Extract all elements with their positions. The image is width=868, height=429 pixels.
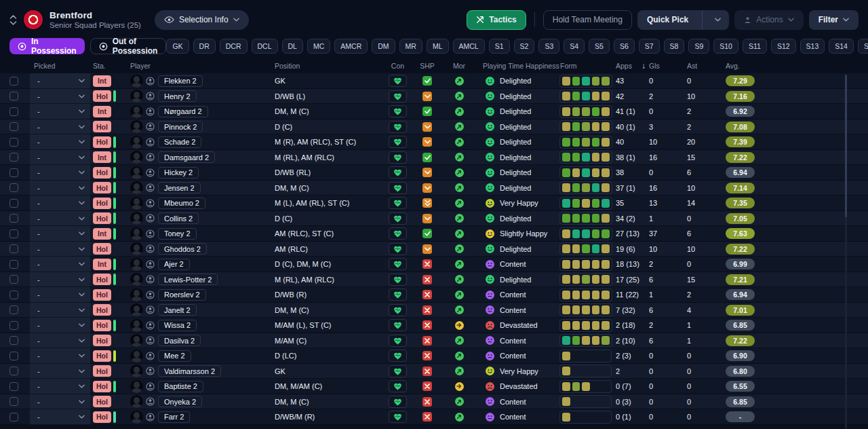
- table-row[interactable]: -HolJensen 2DM, M (C)Delighted37 (1)1610…: [0, 181, 868, 196]
- tab-in-possession[interactable]: In Possession: [9, 38, 85, 54]
- position-chip-s4[interactable]: S4: [564, 39, 585, 54]
- player-checkbox[interactable]: [9, 413, 18, 422]
- player-checkbox[interactable]: [9, 382, 18, 391]
- player-name[interactable]: Ajer 2: [158, 259, 190, 270]
- picked-dropdown[interactable]: -: [30, 150, 90, 166]
- player-name[interactable]: Pinnock 2: [158, 121, 203, 132]
- table-row[interactable]: -HolHenry 2D/WB (L)Delighted422107.16: [0, 89, 868, 105]
- player-checkbox[interactable]: [9, 77, 18, 86]
- position-chip-s12[interactable]: S12: [771, 39, 796, 54]
- player-name[interactable]: Lewis-Potter 2: [158, 274, 218, 285]
- player-checkbox[interactable]: [9, 107, 18, 116]
- table-row[interactable]: -HolCollins 2D (C)Delighted34 (2)107.05: [0, 211, 868, 227]
- column-header-form[interactable]: Form: [556, 62, 612, 70]
- player-checkbox[interactable]: [9, 291, 18, 299]
- position-chip-s14[interactable]: S14: [829, 39, 854, 54]
- player-name[interactable]: Hickey 2: [158, 167, 199, 179]
- player-checkbox[interactable]: [9, 275, 18, 284]
- player-name[interactable]: Baptiste 2: [158, 381, 203, 392]
- picked-dropdown[interactable]: -: [30, 195, 90, 211]
- picked-dropdown[interactable]: -: [30, 89, 90, 105]
- table-row[interactable]: -HolWissa 2M/AM (L), ST (C)Devastated2 (…: [0, 318, 868, 333]
- picked-dropdown[interactable]: -: [30, 104, 90, 119]
- column-header-gls[interactable]: Gls: [643, 62, 682, 70]
- column-header-con[interactable]: Con: [383, 62, 412, 70]
- player-name[interactable]: Mee 2: [158, 350, 191, 362]
- player-checkbox[interactable]: [9, 336, 18, 345]
- player-checkbox[interactable]: [9, 305, 18, 314]
- player-checkbox[interactable]: [9, 352, 18, 360]
- player-checkbox[interactable]: [9, 168, 18, 177]
- table-row[interactable]: -HolFarr 2D/WB/M (R)Content0 (1)00-: [0, 409, 868, 425]
- table-row[interactable]: -IntNørgaard 2DM, M (C)Delighted41 (1)02…: [0, 104, 868, 119]
- position-chip-dm[interactable]: DM: [372, 39, 395, 54]
- picked-dropdown[interactable]: -: [30, 379, 90, 394]
- column-header-player[interactable]: Player: [125, 62, 271, 70]
- position-chip-s11[interactable]: S11: [743, 39, 767, 54]
- player-name[interactable]: Collins 2: [158, 212, 199, 224]
- position-chip-s9[interactable]: S9: [688, 39, 709, 54]
- position-chip-s6[interactable]: S6: [614, 39, 635, 54]
- player-name[interactable]: Dasilva 2: [158, 335, 201, 346]
- picked-dropdown[interactable]: -: [30, 226, 90, 242]
- position-chip-s1[interactable]: S1: [489, 39, 510, 54]
- column-header-picked[interactable]: Picked: [30, 62, 90, 70]
- position-chip-ml[interactable]: ML: [427, 39, 449, 54]
- picked-dropdown[interactable]: -: [30, 181, 90, 196]
- position-chip-dr[interactable]: DR: [193, 39, 216, 54]
- picked-dropdown[interactable]: -: [30, 303, 90, 318]
- column-header-apps[interactable]: Apps↓: [612, 61, 643, 71]
- picked-dropdown[interactable]: -: [30, 364, 90, 379]
- position-chip-mr[interactable]: MR: [399, 39, 422, 54]
- picked-dropdown[interactable]: -: [30, 134, 90, 150]
- player-name[interactable]: Ghoddos 2: [158, 243, 207, 255]
- position-chip-dl[interactable]: DL: [282, 39, 303, 54]
- column-header-shp[interactable]: SHP: [412, 62, 442, 70]
- player-checkbox[interactable]: [9, 244, 18, 253]
- table-row[interactable]: -HolBaptiste 2DM, M/AM (C)Devastated0 (7…: [0, 379, 868, 394]
- scrollbar-thumb[interactable]: [845, 75, 847, 217]
- picked-dropdown[interactable]: -: [30, 73, 90, 89]
- position-chip-amcl[interactable]: AMCL: [453, 39, 485, 54]
- position-chip-s8[interactable]: S8: [664, 39, 685, 54]
- picked-dropdown[interactable]: -: [30, 333, 90, 349]
- picked-dropdown[interactable]: -: [30, 165, 90, 181]
- player-checkbox[interactable]: [9, 138, 18, 147]
- column-header-position[interactable]: Position: [271, 62, 383, 70]
- player-checkbox[interactable]: [9, 397, 18, 406]
- player-checkbox[interactable]: [9, 321, 18, 330]
- picked-dropdown[interactable]: -: [30, 287, 90, 303]
- position-chip-s15[interactable]: S15: [858, 39, 868, 54]
- player-checkbox[interactable]: [9, 92, 18, 100]
- table-row[interactable]: -HolValdimarsson 2GKVery Happy2006.80: [0, 364, 868, 379]
- picked-dropdown[interactable]: -: [30, 409, 90, 425]
- position-chip-s2[interactable]: S2: [514, 39, 535, 54]
- table-row[interactable]: -HolLewis-Potter 2M (RL), AM (RLC)Deligh…: [0, 272, 868, 288]
- picked-dropdown[interactable]: -: [30, 272, 90, 288]
- position-chip-s5[interactable]: S5: [589, 39, 610, 54]
- player-name[interactable]: Nørgaard 2: [158, 106, 208, 117]
- quick-pick-button[interactable]: Quick Pick: [637, 10, 729, 30]
- chevron-up-icon[interactable]: [9, 15, 17, 19]
- player-name[interactable]: Mbeumo 2: [158, 198, 205, 209]
- player-name[interactable]: Jensen 2: [158, 182, 201, 193]
- position-chip-amcr[interactable]: AMCR: [334, 39, 368, 54]
- player-name[interactable]: Henry 2: [158, 90, 197, 102]
- player-name[interactable]: Flekken 2: [158, 75, 203, 87]
- position-chip-s10[interactable]: S10: [713, 39, 738, 54]
- table-row[interactable]: -HolGhoddos 2AM (RLC)Delighted19 (6)1010…: [0, 242, 868, 257]
- player-name[interactable]: Damsgaard 2: [158, 151, 215, 163]
- table-row[interactable]: -HolJanelt 2DM, M (C)Content7 (32)647.01: [0, 303, 868, 318]
- player-name[interactable]: Onyeka 2: [158, 396, 202, 407]
- table-row[interactable]: -IntAjer 2D (C), DM, M (C)Content18 (13)…: [0, 257, 868, 272]
- picked-dropdown[interactable]: -: [30, 348, 90, 364]
- position-chip-s3[interactable]: S3: [538, 39, 559, 54]
- picked-dropdown[interactable]: -: [30, 318, 90, 333]
- actions-button[interactable]: Actions: [734, 10, 803, 30]
- column-header-sta[interactable]: Sta.: [90, 62, 125, 70]
- player-name[interactable]: Valdimarsson 2: [158, 365, 221, 377]
- position-chip-dcl[interactable]: DCL: [252, 39, 278, 54]
- player-name[interactable]: Farr 2: [158, 411, 190, 423]
- table-row[interactable]: -HolDasilva 2M/AM (C)Content2 (10)617.22: [0, 333, 868, 349]
- player-name[interactable]: Schade 2: [158, 136, 201, 148]
